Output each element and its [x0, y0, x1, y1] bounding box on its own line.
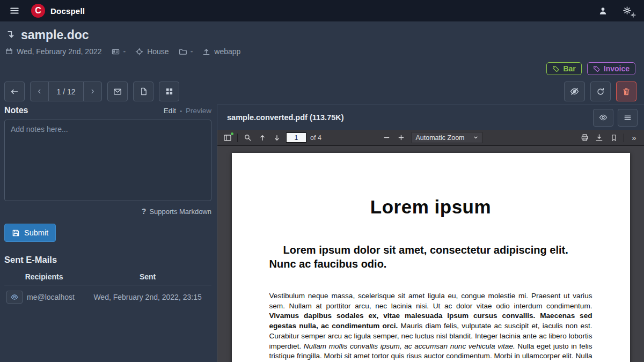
pdfjs-toolbar: of 4 Automatic Zoom — [217, 130, 644, 146]
col-sent: Sent — [84, 269, 211, 285]
user-icon — [598, 6, 608, 16]
back-button[interactable] — [4, 82, 25, 101]
sent-emails-table: Recipients Sent me@localhost Wed, Februa… — [4, 269, 211, 307]
file-icon — [140, 87, 148, 95]
item-toolbar: 1 / 12 — [0, 82, 644, 101]
item-header: sample.doc Wed, February 2nd, 2022 - Hou… — [0, 21, 644, 56]
email-sent-date: Wed, February 2nd, 2022, 23:15 — [84, 285, 211, 307]
page-up-button[interactable] — [255, 131, 269, 144]
app-title: Docspell — [50, 6, 85, 16]
grid-icon — [165, 87, 173, 95]
save-icon — [12, 229, 20, 237]
attachment-panel: sample.converted.pdf (113.75K) — [217, 105, 644, 362]
zoom-out-button[interactable] — [379, 131, 393, 144]
user-menu-button[interactable] — [597, 5, 609, 17]
current-view-button[interactable] — [606, 131, 621, 144]
arrow-down-icon — [273, 134, 281, 142]
question-icon: ? — [142, 207, 147, 216]
notes-submit-button[interactable]: Submit — [4, 224, 56, 242]
direction-incoming-icon — [5, 30, 16, 40]
download-button[interactable] — [592, 131, 606, 144]
item-source: webapp — [202, 47, 240, 56]
send-mail-button[interactable] — [107, 82, 128, 101]
tags-row: Bar Invoice — [0, 56, 644, 75]
page-down-button[interactable] — [269, 131, 284, 144]
minus-icon — [383, 134, 390, 141]
sent-emails-heading: Sent E-Mails — [4, 255, 211, 265]
crosshair-icon — [135, 48, 143, 56]
item-title: sample.doc — [21, 28, 89, 42]
plus-icon — [397, 134, 404, 141]
tag-icon — [552, 65, 559, 72]
attachment-menu-button[interactable] — [618, 109, 638, 127]
page-prev-button[interactable] — [30, 82, 49, 101]
zoom-select[interactable]: Automatic Zoom — [411, 132, 482, 143]
settings-button[interactable] — [621, 5, 635, 17]
printer-icon — [581, 134, 589, 142]
page-count-label: of 4 — [310, 134, 321, 142]
toolbar-separator — [624, 134, 624, 142]
envelope-icon — [113, 87, 122, 96]
find-button[interactable] — [240, 131, 255, 144]
notes-input[interactable] — [4, 120, 211, 201]
tag-invoice[interactable]: Invoice — [587, 62, 635, 75]
doc-title: Lorem ipsum — [269, 196, 592, 218]
notes-preview-link[interactable]: Preview — [186, 107, 211, 115]
item-correspondent: - — [112, 47, 126, 56]
sidebar-menu-button[interactable] — [9, 5, 20, 17]
app-brand[interactable]: C Docspell — [31, 4, 85, 18]
folder-icon — [179, 48, 187, 56]
page-number-input[interactable] — [286, 132, 306, 143]
notes-panel: Notes Edit • Preview ? Supports Markdown… — [0, 105, 217, 362]
view-email-button[interactable] — [6, 291, 23, 304]
tag-bar[interactable]: Bar — [546, 62, 581, 75]
reload-button[interactable] — [590, 82, 611, 101]
gears-icon — [623, 6, 634, 16]
chevron-down-icon — [473, 135, 478, 140]
upload-icon — [202, 48, 210, 56]
item-folder: - — [179, 47, 193, 56]
attachment-filename: sample.converted.pdf (113.75K) — [227, 113, 344, 122]
sidebar-icon — [223, 134, 232, 142]
doc-heading: Lorem ipsum dolor sit amet, consectetur … — [269, 243, 592, 271]
eye-icon — [11, 293, 18, 301]
attachments-button[interactable] — [133, 82, 153, 101]
email-recipients: me@localhost — [25, 285, 84, 307]
zoom-in-button[interactable] — [393, 131, 408, 144]
delete-button[interactable] — [616, 82, 636, 101]
page-next-button[interactable] — [83, 82, 102, 101]
unconfirm-button[interactable] — [564, 82, 585, 101]
eye-icon — [599, 113, 608, 122]
docspell-logo-icon: C — [31, 4, 45, 18]
calendar-icon — [5, 48, 13, 55]
col-recipients: Recipients — [4, 269, 84, 285]
notes-edit-link[interactable]: Edit — [164, 107, 176, 115]
attachment-view-button[interactable] — [593, 109, 613, 127]
address-card-icon — [112, 48, 120, 56]
arrow-up-icon — [259, 134, 266, 142]
pdf-page: Lorem ipsum Lorem ipsum dolor sit amet, … — [232, 153, 630, 362]
notes-link-separator: • — [180, 108, 182, 114]
hamburger-icon — [10, 6, 19, 16]
item-concerning: House — [135, 47, 169, 56]
page-indicator: 1 / 12 — [48, 82, 84, 101]
markdown-hint: ? Supports Markdown — [4, 207, 211, 216]
secondary-toolbar-toggle[interactable]: » — [627, 131, 641, 144]
search-icon — [244, 134, 252, 142]
top-navbar: C Docspell — [0, 0, 644, 21]
menu-lines-icon — [624, 114, 632, 122]
tag-icon — [593, 65, 600, 72]
eye-slash-icon — [570, 87, 579, 96]
sidebar-toggle-button[interactable] — [220, 131, 235, 144]
attachment-pager: 1 / 12 — [30, 82, 102, 101]
qr-code-button[interactable] — [159, 82, 179, 101]
notes-heading: Notes — [4, 106, 28, 115]
refresh-icon — [596, 87, 605, 96]
print-button[interactable] — [577, 131, 592, 144]
arrow-left-icon — [10, 87, 19, 96]
pdf-viewer-area[interactable]: Lorem ipsum Lorem ipsum dolor sit amet, … — [217, 146, 644, 362]
sent-email-row: me@localhost Wed, February 2nd, 2022, 23… — [4, 285, 211, 307]
chevron-left-icon — [36, 88, 43, 95]
item-date: Wed, February 2nd, 2022 — [5, 47, 102, 56]
toolbar-separator — [237, 134, 238, 142]
